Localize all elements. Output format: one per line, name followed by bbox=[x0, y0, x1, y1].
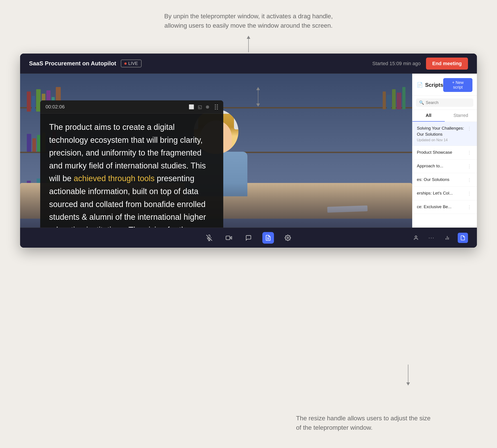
script-item-5[interactable]: ce: Exclusive Be... ⋮ bbox=[412, 200, 477, 214]
arrow-top bbox=[247, 36, 250, 52]
annotation-bottom-line2: of the teleprompter window. bbox=[296, 424, 372, 431]
bottom-center-controls bbox=[203, 232, 294, 244]
drag-dot-6 bbox=[217, 108, 218, 110]
annotation-top-line2: allowing users to easily move the window… bbox=[164, 22, 332, 29]
svg-point-7 bbox=[287, 237, 289, 239]
script-item-5-text: ce: Exclusive Be... bbox=[417, 204, 466, 210]
arrow-bottom-line bbox=[408, 365, 408, 383]
search-box: 🔍 bbox=[416, 98, 473, 107]
script-item-1-title: Product Showcase bbox=[417, 149, 466, 156]
drag-handle[interactable] bbox=[215, 104, 218, 110]
drag-dot-4 bbox=[217, 106, 218, 108]
svg-point-8 bbox=[415, 236, 417, 238]
live-label: LIVE bbox=[128, 61, 138, 66]
bottom-right-controls: ··· bbox=[411, 233, 468, 243]
scripts-title: Scripts bbox=[425, 82, 443, 88]
teleprompter-icon-group: ⬜ ◱ ⊗ bbox=[189, 104, 218, 110]
drag-dot-5 bbox=[215, 108, 216, 110]
script-item-3-title: es: Our Solutions bbox=[417, 177, 466, 183]
script-item-3-text: es: Our Solutions bbox=[417, 177, 466, 183]
search-input[interactable] bbox=[426, 100, 470, 105]
arrow-bottom-head-icon bbox=[406, 383, 410, 385]
chat-button[interactable] bbox=[243, 232, 254, 244]
script-item-0-date: Updated on Nov 14 bbox=[417, 138, 466, 142]
arrow-bottom bbox=[406, 365, 410, 385]
script-item-2-title: Approach to... bbox=[417, 163, 466, 169]
script-item-0-menu[interactable]: ⋮ bbox=[466, 125, 472, 132]
teleprompter-header: 00:02:06 ⬜ ◱ ⊗ bbox=[40, 100, 223, 113]
teleprompter-text: The product aims to create a digital tec… bbox=[49, 121, 214, 228]
script-item-0[interactable]: Solving Your Challenges: Our Solutions U… bbox=[412, 122, 477, 146]
video-area: 00:02:06 ⬜ ◱ ⊗ bbox=[20, 74, 412, 228]
script-item-1[interactable]: Product Showcase ⋮ bbox=[412, 146, 477, 160]
annotation-top-line1: By unpin the teleprompter window, it act… bbox=[164, 13, 333, 20]
script-item-4[interactable]: erships: Let's Col... ⋮ bbox=[412, 187, 477, 200]
scripts-panel: 📄 Scripts + New script 🔍 All Starred bbox=[412, 74, 477, 228]
scripts-icon: 📄 bbox=[417, 82, 423, 88]
app-window: SaaS Procurement on Autopilot LIVE Start… bbox=[20, 54, 477, 248]
drag-dot-2 bbox=[217, 104, 218, 106]
script-item-1-menu[interactable]: ⋮ bbox=[466, 149, 472, 156]
main-content: 00:02:06 ⬜ ◱ ⊗ bbox=[20, 74, 477, 228]
camera-button[interactable] bbox=[223, 232, 235, 244]
annotation-top: By unpin the teleprompter window, it act… bbox=[148, 12, 349, 30]
arrow-head-up-icon bbox=[247, 36, 250, 39]
meeting-title: SaaS Procurement on Autopilot bbox=[29, 60, 116, 67]
monitor-icon[interactable]: ⬜ bbox=[189, 104, 194, 110]
drag-arrow bbox=[256, 87, 260, 107]
teleprompter-body: The product aims to create a digital tec… bbox=[40, 113, 223, 228]
script-item-1-text: Product Showcase bbox=[417, 149, 466, 156]
svg-rect-4 bbox=[226, 236, 230, 240]
drag-dot-1 bbox=[215, 104, 216, 106]
script-item-2[interactable]: Approach to... ⋮ bbox=[412, 160, 477, 173]
drag-dot-3 bbox=[215, 106, 216, 108]
drag-arrow-up-icon bbox=[256, 87, 260, 90]
annotation-bottom-line1: The resize handle allows users to adjust… bbox=[296, 415, 431, 422]
scripts-title-row: 📄 Scripts bbox=[417, 82, 443, 88]
script-item-4-text: erships: Let's Col... bbox=[417, 190, 466, 196]
bottom-bar: ··· bbox=[20, 228, 477, 248]
arrow-line-top bbox=[248, 39, 249, 52]
drag-arrow-down-icon bbox=[256, 104, 260, 107]
live-dot-icon bbox=[124, 63, 127, 65]
participants-button[interactable] bbox=[411, 233, 421, 243]
script-item-4-title: erships: Let's Col... bbox=[417, 190, 466, 196]
script-item-5-title: ce: Exclusive Be... bbox=[417, 204, 466, 210]
scripts-tabs: All Starred bbox=[412, 110, 477, 122]
teleprompter-window[interactable]: 00:02:06 ⬜ ◱ ⊗ bbox=[40, 100, 223, 228]
shrink-icon[interactable]: ◱ bbox=[198, 104, 202, 110]
annotation-bottom: The resize handle allows users to adjust… bbox=[296, 414, 452, 432]
tab-starred[interactable]: Starred bbox=[445, 110, 477, 122]
drag-arrow-line bbox=[258, 90, 258, 104]
close-circle-icon[interactable]: ⊗ bbox=[206, 104, 209, 110]
script-item-5-menu[interactable]: ⋮ bbox=[466, 204, 472, 210]
script-item-2-menu[interactable]: ⋮ bbox=[466, 163, 472, 169]
teleprompter-time: 00:02:06 bbox=[46, 104, 65, 110]
scripts-search: 🔍 bbox=[412, 96, 477, 110]
end-meeting-button[interactable]: End meeting bbox=[426, 58, 468, 70]
tab-all[interactable]: All bbox=[412, 110, 445, 122]
more-options-button[interactable]: ··· bbox=[427, 233, 437, 243]
scripts-button[interactable] bbox=[262, 232, 274, 244]
script-item-3[interactable]: es: Our Solutions ⋮ bbox=[412, 173, 477, 187]
analytics-button[interactable] bbox=[442, 233, 452, 243]
new-script-button[interactable]: + New script bbox=[443, 78, 472, 92]
search-icon: 🔍 bbox=[419, 100, 424, 105]
mute-button[interactable] bbox=[203, 232, 215, 244]
teleprompter-text-highlight: achieved through tools bbox=[74, 174, 154, 183]
script-item-0-title: Solving Your Challenges: Our Solutions bbox=[417, 125, 466, 137]
script-item-4-menu[interactable]: ⋮ bbox=[466, 190, 472, 197]
script-item-0-text: Solving Your Challenges: Our Solutions U… bbox=[417, 125, 466, 142]
scripts-list: Solving Your Challenges: Our Solutions U… bbox=[412, 122, 477, 228]
top-bar-right: Started 15:09 min ago End meeting bbox=[372, 58, 468, 70]
script-item-3-menu[interactable]: ⋮ bbox=[466, 177, 472, 183]
top-bar: SaaS Procurement on Autopilot LIVE Start… bbox=[20, 54, 477, 74]
scripts-header: 📄 Scripts + New script bbox=[412, 74, 477, 96]
script-item-2-text: Approach to... bbox=[417, 163, 466, 169]
scripts-panel-button[interactable] bbox=[458, 233, 468, 243]
live-badge: LIVE bbox=[121, 60, 142, 67]
svg-marker-3 bbox=[230, 237, 232, 239]
started-text: Started 15:09 min ago bbox=[372, 61, 421, 66]
settings-button[interactable] bbox=[282, 232, 294, 244]
